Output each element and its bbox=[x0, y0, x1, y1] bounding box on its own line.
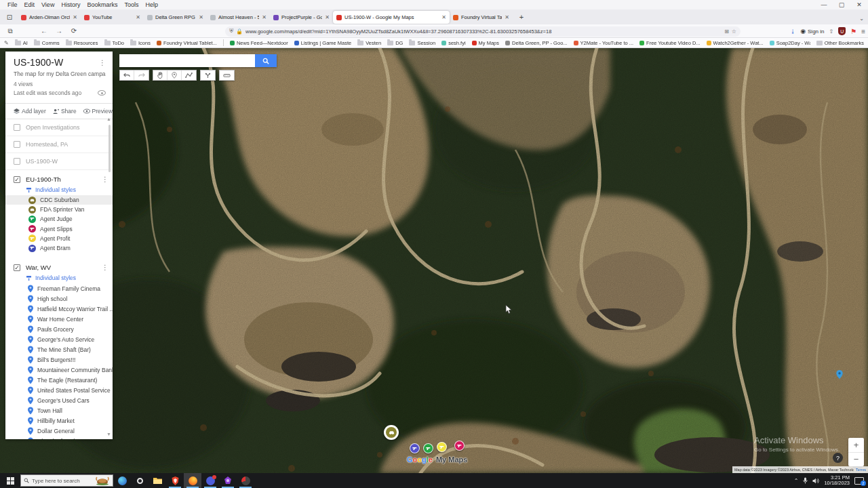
place-item[interactable]: George's Auto Service bbox=[5, 334, 113, 344]
back-icon[interactable]: ← bbox=[37, 27, 52, 35]
place-item[interactable]: Hatfield Mccoy Warrior Trail ... bbox=[5, 304, 113, 314]
add-layer-button[interactable]: Add layer bbox=[14, 108, 46, 115]
bookmark-item[interactable]: Resources bbox=[66, 40, 98, 46]
place-item[interactable]: George's Used Cars bbox=[5, 395, 113, 405]
menu-item[interactable]: Bookmarks bbox=[83, 1, 121, 8]
downloads-icon[interactable]: ⭳ bbox=[790, 28, 795, 35]
browser-tab[interactable]: YouTube ✕ bbox=[81, 11, 144, 24]
tab-close-icon[interactable]: ✕ bbox=[136, 14, 140, 20]
other-bookmarks-button[interactable]: Other Bookmarks bbox=[816, 40, 864, 46]
browser-tab[interactable]: US-1900-W - Google My Maps ✕ bbox=[333, 11, 450, 24]
draw-line-tool[interactable] bbox=[182, 70, 196, 80]
bookmark-item[interactable]: Foundry Virtual Tablet... bbox=[157, 40, 217, 46]
map-search-button[interactable] bbox=[255, 54, 277, 67]
agent-feature-item[interactable]: FDA Sprinter Van bbox=[5, 205, 113, 214]
pencil-icon[interactable]: ✎ bbox=[4, 40, 9, 46]
taskbar-icon-color-wheel[interactable] bbox=[237, 473, 254, 488]
tab-list-chevron-icon[interactable]: ⌄ bbox=[859, 16, 864, 22]
place-item[interactable]: The Mine Shaft (Bar) bbox=[5, 344, 113, 354]
measure-tool[interactable] bbox=[220, 70, 234, 80]
layer-checkbox[interactable]: ✓ bbox=[14, 176, 20, 183]
bookmark-item[interactable]: Icons bbox=[130, 40, 151, 46]
bookmark-star-icon[interactable]: ☆ bbox=[732, 28, 736, 35]
individual-styles-link[interactable]: Individual styles bbox=[5, 272, 113, 283]
place-item[interactable]: War Home Center bbox=[5, 314, 113, 324]
place-item[interactable]: Mountaineer Community Bank bbox=[5, 365, 113, 375]
agent-feature-item[interactable]: Agent Bram bbox=[5, 243, 113, 253]
new-tab-button[interactable]: + bbox=[515, 11, 528, 23]
tab-close-icon[interactable]: ✕ bbox=[73, 14, 77, 20]
layer-checkbox[interactable] bbox=[14, 158, 20, 165]
taskbar-icon-brave[interactable] bbox=[166, 473, 184, 488]
individual-styles-link[interactable]: Individual styles bbox=[5, 184, 113, 195]
layer-menu-kebab-icon[interactable]: ⋮ bbox=[102, 264, 108, 271]
scroll-down-icon[interactable]: ▼ bbox=[106, 432, 111, 436]
menu-item[interactable]: View bbox=[38, 1, 58, 8]
bookmark-item[interactable]: DG bbox=[387, 40, 403, 46]
preview-button[interactable]: Preview bbox=[83, 108, 113, 115]
bookmark-item[interactable]: Watch2Gether - Wat... bbox=[707, 40, 764, 46]
layer-checkbox[interactable] bbox=[14, 124, 20, 131]
flag-extension-icon[interactable]: ⚑ bbox=[850, 28, 856, 35]
menu-item[interactable]: Tools bbox=[121, 1, 142, 8]
bookmark-item[interactable]: Soap2Day - Watch Fre... bbox=[770, 40, 810, 46]
firefox-view-icon[interactable]: ⊡ bbox=[3, 11, 16, 23]
share-button[interactable]: Share bbox=[53, 108, 77, 115]
bookmark-item[interactable] bbox=[223, 39, 224, 46]
taskbar-icon-file-explorer[interactable] bbox=[149, 473, 166, 488]
bookmark-item[interactable]: Session bbox=[409, 40, 435, 46]
place-item[interactable]: United States Postal Service bbox=[5, 385, 113, 395]
reload-icon[interactable]: ⟳ bbox=[66, 27, 81, 35]
minimize-button[interactable]: — bbox=[815, 0, 833, 9]
tab-close-icon[interactable]: ✕ bbox=[505, 14, 509, 20]
bookmark-item[interactable]: Comms bbox=[34, 40, 60, 46]
agent-map-marker[interactable] bbox=[410, 443, 420, 453]
notification-center-icon[interactable]: 2 bbox=[854, 477, 864, 485]
help-button[interactable]: ? bbox=[833, 453, 843, 463]
terms-link[interactable]: Terms bbox=[856, 468, 866, 472]
place-item[interactable]: Dollar General bbox=[5, 426, 113, 436]
tab-close-icon[interactable]: ✕ bbox=[441, 14, 446, 20]
layer-row-town[interactable]: ✓ War, WV ⋮ bbox=[5, 258, 113, 272]
bookmark-item[interactable]: Listings | Game Maste bbox=[294, 40, 351, 46]
place-item[interactable]: Pauls Grocery bbox=[5, 324, 113, 334]
save-to-library-icon[interactable]: ⊞ bbox=[724, 28, 729, 35]
speaker-icon[interactable] bbox=[812, 478, 819, 484]
maximize-button[interactable]: ▢ bbox=[833, 0, 850, 9]
start-button[interactable] bbox=[0, 473, 20, 488]
agent-map-marker[interactable] bbox=[437, 442, 447, 452]
taskbar-icon-foundry[interactable] bbox=[219, 473, 237, 488]
tab-close-icon[interactable]: ✕ bbox=[262, 14, 267, 20]
layer-menu-kebab-icon[interactable]: ⋮ bbox=[102, 176, 108, 183]
layer-row-agents[interactable]: ✓ EU-1900-Th ⋮ bbox=[5, 170, 113, 184]
place-item[interactable]: Church of God bbox=[5, 436, 113, 439]
taskbar-icon-firefox[interactable] bbox=[184, 473, 201, 488]
taskbar-icon-steam[interactable] bbox=[131, 473, 149, 488]
bookmark-item[interactable]: sesh.fyi bbox=[441, 40, 465, 46]
place-item[interactable]: Bill's Burgers!!! bbox=[5, 354, 113, 365]
place-item[interactable]: Freeman Family Cinema bbox=[5, 283, 113, 293]
place-item[interactable]: The Eagle (Restaurant) bbox=[5, 375, 113, 385]
add-marker-tool[interactable] bbox=[167, 70, 182, 80]
url-bar[interactable]: ⛨ 🔒 www.google.com/maps/d/edit?mid=1YthS… bbox=[225, 26, 741, 37]
layer-row[interactable]: Homestead, PA bbox=[5, 136, 113, 153]
place-item[interactable]: High school bbox=[5, 293, 113, 304]
agent-feature-item[interactable]: CDC Suburban bbox=[5, 195, 113, 205]
scrollbar-thumb[interactable] bbox=[108, 125, 111, 172]
tab-close-icon[interactable]: ✕ bbox=[325, 14, 330, 20]
shield-icon[interactable]: ⛨ bbox=[229, 28, 233, 35]
bookmark-item[interactable]: Free Youtube Video D... bbox=[639, 40, 701, 46]
menu-item[interactable]: File bbox=[4, 1, 21, 8]
browser-tab[interactable]: ProjectPurple - Google Forms ✕ bbox=[270, 11, 333, 24]
sign-in-button[interactable]: ◉ Sign in bbox=[800, 28, 824, 35]
menu-item[interactable]: History bbox=[58, 1, 83, 8]
map-search-input[interactable] bbox=[119, 54, 255, 67]
zoom-out-button[interactable]: − bbox=[848, 453, 864, 467]
bookmark-item[interactable]: Y2Mate - YouTube to ... bbox=[574, 40, 634, 46]
zoom-in-button[interactable]: + bbox=[848, 438, 864, 453]
scroll-up-icon[interactable]: ▲ bbox=[106, 117, 111, 121]
bookmark-item[interactable]: AI bbox=[15, 40, 28, 46]
select-hand-tool[interactable] bbox=[153, 70, 167, 80]
share-icon[interactable]: ⇧ bbox=[829, 28, 833, 35]
dropped-pin[interactable] bbox=[835, 369, 844, 382]
